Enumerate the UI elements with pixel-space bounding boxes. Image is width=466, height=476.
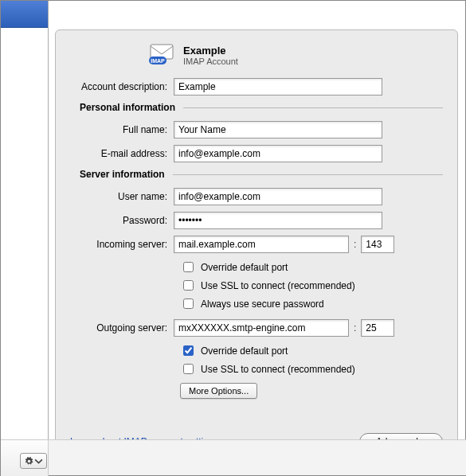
incoming-override-port-label: Override default port bbox=[201, 262, 288, 273]
incoming-secure-password-label: Always use secure password bbox=[201, 298, 324, 310]
gear-icon bbox=[25, 457, 33, 466]
password-label: Password: bbox=[70, 215, 174, 226]
incoming-server-input[interactable] bbox=[174, 236, 349, 253]
outgoing-server-input[interactable] bbox=[174, 319, 349, 337]
bottom-toolbar bbox=[1, 439, 466, 475]
port-separator: : bbox=[354, 239, 356, 250]
outgoing-override-port-label: Override default port bbox=[201, 345, 288, 357]
outgoing-port-input[interactable] bbox=[361, 319, 394, 337]
user-name-input[interactable] bbox=[174, 188, 382, 205]
outgoing-ssl-checkbox[interactable] bbox=[183, 364, 194, 374]
svg-text:IMAP: IMAP bbox=[151, 58, 165, 64]
incoming-server-label: Incoming server: bbox=[70, 239, 174, 250]
outgoing-ssl-label: Use SSL to connect (recommended) bbox=[201, 364, 355, 375]
password-input[interactable] bbox=[174, 212, 382, 229]
email-input[interactable] bbox=[174, 145, 382, 162]
incoming-override-port-checkbox[interactable] bbox=[183, 262, 194, 272]
incoming-ssl-checkbox[interactable] bbox=[183, 280, 194, 291]
mail-imap-icon: IMAP bbox=[148, 43, 175, 67]
email-label: E-mail address: bbox=[70, 148, 174, 159]
section-personal-info: Personal information bbox=[70, 102, 183, 113]
outgoing-override-port-checkbox[interactable] bbox=[183, 345, 194, 356]
account-description-label: Account description: bbox=[70, 81, 174, 92]
incoming-port-input[interactable] bbox=[361, 236, 394, 253]
gear-menu-button[interactable] bbox=[20, 453, 47, 469]
full-name-input[interactable] bbox=[174, 121, 382, 139]
user-name-label: User name: bbox=[70, 191, 174, 202]
port-separator: : bbox=[354, 322, 356, 334]
sidebar-selected-item[interactable] bbox=[1, 1, 48, 28]
incoming-secure-password-checkbox[interactable] bbox=[183, 298, 194, 309]
divider bbox=[183, 107, 443, 108]
outgoing-server-label: Outgoing server: bbox=[70, 322, 174, 334]
chevron-down-icon bbox=[34, 457, 43, 466]
account-settings-panel: IMAP Example IMAP Account Account descri… bbox=[55, 29, 458, 462]
divider bbox=[173, 174, 443, 175]
account-subtitle: IMAP Account bbox=[183, 57, 238, 66]
account-description-input[interactable] bbox=[174, 78, 382, 96]
account-title: Example bbox=[183, 45, 238, 57]
section-server-info: Server information bbox=[70, 169, 173, 180]
sidebar bbox=[1, 1, 49, 440]
incoming-ssl-label: Use SSL to connect (recommended) bbox=[201, 280, 355, 291]
full-name-label: Full name: bbox=[70, 124, 174, 135]
more-options-button[interactable]: More Options... bbox=[180, 383, 257, 399]
